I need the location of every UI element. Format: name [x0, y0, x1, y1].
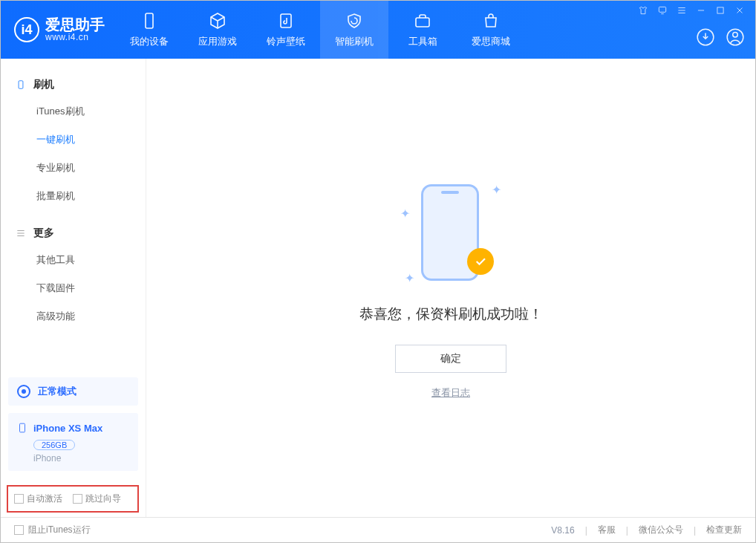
mode-label: 正常模式: [38, 385, 76, 398]
block-itunes-checkbox[interactable]: 阻止iTunes运行: [14, 524, 91, 536]
sparkle-icon: ✦: [405, 271, 414, 285]
checkbox-icon: [14, 494, 24, 504]
header-round-buttons: [696, 27, 745, 50]
svg-rect-0: [146, 13, 153, 28]
nav-my-device[interactable]: 我的设备: [115, 1, 183, 59]
ok-button[interactable]: 确定: [395, 345, 506, 373]
footer-link-service[interactable]: 客服: [598, 524, 616, 536]
footer-link-update[interactable]: 检查更新: [706, 524, 742, 536]
svg-rect-1: [281, 14, 291, 27]
user-icon[interactable]: [726, 27, 745, 50]
music-file-icon: [276, 11, 296, 30]
nav-smart-flash[interactable]: 智能刷机: [320, 1, 388, 59]
device-type: iPhone: [33, 453, 129, 464]
app-logo: i4 爱思助手 www.i4.cn: [1, 17, 115, 42]
opt-auto-activate[interactable]: 自动激活: [14, 492, 62, 505]
maximize-icon[interactable]: [715, 5, 726, 19]
nav-apps-games[interactable]: 应用游戏: [183, 1, 252, 59]
view-log-link[interactable]: 查看日志: [431, 386, 470, 400]
sidebar-item-advanced[interactable]: 高级功能: [1, 302, 146, 331]
app-url: www.i4.cn: [45, 32, 105, 42]
logo-icon: i4: [14, 17, 39, 42]
version-label: V8.16: [551, 525, 574, 536]
download-icon[interactable]: [696, 27, 715, 50]
bag-icon: [481, 11, 501, 30]
nav-label: 智能刷机: [335, 35, 374, 48]
window-controls: [638, 5, 745, 19]
svg-rect-8: [19, 81, 23, 89]
minimize-icon[interactable]: [696, 5, 706, 19]
checkbox-icon: [14, 525, 24, 535]
cube-icon: [208, 11, 227, 30]
opt-skip-guide[interactable]: 跳过向导: [73, 492, 121, 505]
sidebar-item-download-firmware[interactable]: 下载固件: [1, 274, 146, 302]
svg-rect-9: [20, 423, 25, 432]
sidebar-item-other-tools[interactable]: 其他工具: [1, 246, 146, 274]
footer-link-wechat[interactable]: 微信公众号: [639, 524, 683, 536]
checkbox-icon: [73, 494, 82, 504]
main-nav: 我的设备 应用游戏 铃声壁纸 智能刷机 工具箱 爱思商城: [115, 1, 525, 59]
sidebar-item-itunes-flash[interactable]: iTunes刷机: [1, 97, 146, 126]
svg-point-7: [733, 33, 738, 38]
device-mode-card[interactable]: 正常模式: [8, 377, 138, 406]
mode-dot-icon: [17, 385, 30, 398]
device-small-icon: [16, 79, 26, 90]
sparkle-icon: ✦: [400, 207, 410, 221]
main-content: ✦ ✦ ✦ 恭喜您，保资料刷机成功啦！ 确定 查看日志: [146, 59, 755, 517]
list-icon: [16, 228, 26, 238]
group-label: 刷机: [33, 78, 54, 91]
svg-rect-3: [659, 7, 665, 12]
nav-label: 应用游戏: [198, 35, 237, 48]
nav-label: 我的设备: [130, 35, 169, 48]
device-name: iPhone XS Max: [33, 423, 102, 434]
svg-rect-4: [717, 7, 723, 13]
nav-ringtones-wallpapers[interactable]: 铃声壁纸: [252, 1, 320, 59]
close-icon[interactable]: [734, 5, 745, 19]
sidebar-item-pro-flash[interactable]: 专业刷机: [1, 154, 146, 182]
sidebar-bottom: 正常模式 iPhone XS Max 256GB iPhone: [8, 377, 138, 478]
nav-store[interactable]: 爱思商城: [457, 1, 525, 59]
nav-label: 爱思商城: [472, 35, 510, 48]
nav-label: 铃声壁纸: [267, 35, 305, 48]
device-capacity: 256GB: [33, 440, 75, 450]
device-card[interactable]: iPhone XS Max 256GB iPhone: [8, 413, 138, 471]
footer-left: 阻止iTunes运行: [14, 524, 91, 536]
sidebar-item-batch-flash[interactable]: 批量刷机: [1, 182, 146, 210]
group-label: 更多: [33, 227, 54, 240]
sidebar: 刷机 iTunes刷机 一键刷机 专业刷机 批量刷机 更多 其他工具 下载固件 …: [1, 59, 146, 517]
success-illustration: ✦ ✦ ✦: [399, 177, 503, 288]
app-header: i4 爱思助手 www.i4.cn 我的设备 应用游戏 铃声壁纸 智能刷机 工具…: [1, 1, 755, 59]
sidebar-group-more: 更多: [1, 221, 146, 246]
footer: 阻止iTunes运行 V8.16 | 客服 | 微信公众号 | 检查更新: [1, 517, 755, 542]
refresh-shield-icon: [345, 11, 364, 30]
device-name-row: iPhone XS Max: [17, 420, 129, 435]
sidebar-group-flash: 刷机: [1, 72, 146, 97]
shirt-icon[interactable]: [638, 5, 648, 19]
phone-icon: [17, 420, 27, 435]
check-badge-icon: [467, 248, 494, 275]
app-name: 爱思助手: [45, 17, 105, 32]
header-right: [638, 1, 745, 59]
toolbox-icon: [413, 11, 432, 30]
sidebar-item-oneclick-flash[interactable]: 一键刷机: [1, 126, 146, 154]
device-icon: [140, 11, 159, 30]
sparkle-icon: ✦: [492, 183, 501, 197]
feedback-icon[interactable]: [657, 5, 668, 19]
nav-label: 工具箱: [408, 35, 437, 48]
flash-options-highlighted: 自动激活 跳过向导: [7, 485, 139, 513]
nav-toolbox[interactable]: 工具箱: [388, 1, 457, 59]
menu-icon[interactable]: [677, 5, 687, 19]
footer-right: V8.16 | 客服 | 微信公众号 | 检查更新: [551, 524, 742, 536]
success-message: 恭喜您，保资料刷机成功啦！: [359, 305, 543, 324]
svg-rect-2: [416, 18, 429, 27]
